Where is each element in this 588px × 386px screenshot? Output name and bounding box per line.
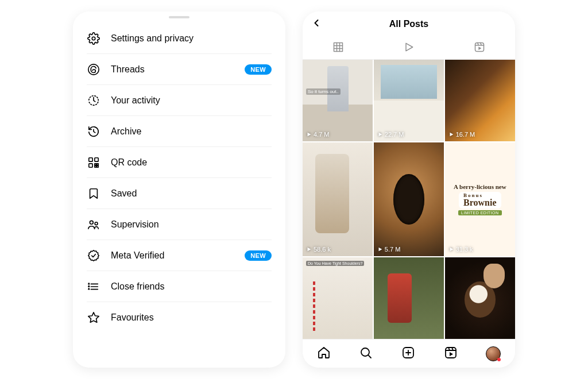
svg-rect-4 [89, 163, 92, 167]
svg-marker-14 [88, 283, 90, 284]
settings-menu: Settings and privacy Threads NEW Your ac… [73, 23, 285, 333]
menu-item-label: Saved [111, 188, 272, 199]
svg-marker-34 [450, 248, 453, 252]
profile-avatar-icon [486, 346, 501, 361]
supervision-icon [87, 218, 100, 231]
menu-item-label: Your activity [111, 95, 272, 106]
post-thumbnail[interactable]: Do You Have Tight Shoulders? [303, 257, 373, 339]
svg-marker-32 [308, 248, 311, 252]
view-count: 4.7 M [306, 131, 330, 138]
reels-icon [444, 352, 458, 361]
menu-item-archive[interactable]: Archive [87, 116, 272, 147]
reels-icon [474, 41, 485, 55]
menu-item-closefriends[interactable]: Close friends [87, 271, 272, 302]
post-thumbnail[interactable]: 58.6 k [303, 142, 373, 256]
menu-item-label: QR code [111, 157, 272, 168]
menu-item-threads[interactable]: Threads NEW [87, 54, 272, 85]
bottom-nav [303, 339, 515, 368]
post-thumbnail[interactable]: 22.7 M [374, 60, 444, 141]
svg-rect-2 [89, 157, 92, 161]
new-badge: NEW [245, 64, 272, 75]
notification-dot [497, 358, 501, 361]
drag-handle[interactable] [169, 16, 189, 18]
menu-item-label: Archive [111, 126, 272, 137]
posts-grid: So it turns out..4.7 M22.7 M16.7 M58.6 k… [303, 60, 515, 339]
menu-item-label: Close friends [111, 281, 272, 292]
svg-marker-29 [308, 133, 311, 137]
back-button[interactable] [311, 17, 322, 31]
view-count: 16.7 M [448, 131, 475, 138]
gear-icon [87, 32, 100, 45]
view-count: 5.7 M [377, 246, 401, 253]
svg-marker-15 [88, 285, 90, 287]
svg-rect-5 [95, 163, 96, 165]
menu-item-label: Threads [111, 64, 234, 75]
grid-icon [332, 41, 344, 55]
menu-item-label: Supervision [111, 219, 272, 230]
svg-point-0 [92, 37, 95, 40]
menu-item-saved[interactable]: Saved [87, 178, 272, 209]
play-icon [403, 41, 415, 55]
nav-search[interactable] [359, 346, 373, 362]
settings-sheet: Settings and privacy Threads NEW Your ac… [73, 11, 285, 368]
new-badge: NEW [245, 250, 272, 261]
post-thumbnail[interactable]: A berry-licious new BonusBrownie LIMITED… [445, 142, 515, 256]
home-icon [317, 352, 331, 361]
menu-item-star[interactable]: Favourites [87, 302, 272, 333]
svg-rect-6 [97, 165, 99, 167]
svg-rect-3 [95, 157, 98, 161]
verified-icon [87, 249, 100, 263]
menu-item-gear[interactable]: Settings and privacy [87, 23, 272, 54]
caption-overlay: Do You Have Tight Shoulders? [306, 261, 364, 266]
svg-marker-16 [88, 288, 90, 289]
view-count: 22.7 M [377, 131, 404, 138]
post-type-tabs [303, 37, 515, 60]
view-count: 58.6 k [306, 246, 331, 253]
nav-reels[interactable] [444, 346, 458, 362]
svg-marker-28 [479, 47, 482, 50]
svg-marker-30 [378, 133, 382, 137]
create-icon [401, 352, 415, 361]
qr-icon [87, 156, 100, 169]
svg-marker-31 [450, 133, 453, 137]
activity-icon [87, 94, 100, 107]
svg-point-10 [95, 222, 98, 225]
post-thumbnail[interactable]: 5.7 M [374, 142, 444, 256]
page-title: All Posts [389, 19, 428, 29]
menu-item-verified[interactable]: Meta Verified NEW [87, 240, 272, 271]
post-thumbnail[interactable] [374, 257, 444, 339]
menu-item-qr[interactable]: QR code [87, 147, 272, 178]
post-thumbnail[interactable]: 16.7 M [445, 60, 515, 141]
svg-rect-40 [446, 348, 456, 358]
nav-home[interactable] [317, 346, 331, 362]
menu-item-label: Settings and privacy [111, 33, 272, 44]
svg-rect-24 [475, 43, 484, 51]
search-icon [359, 352, 373, 361]
tab-play[interactable] [373, 37, 444, 59]
svg-line-36 [369, 355, 372, 358]
posts-screen: All Posts So it turns out..4.7 M22.7 M16… [303, 11, 515, 368]
svg-marker-33 [378, 248, 382, 252]
nav-create[interactable] [401, 346, 415, 362]
post-thumbnail[interactable]: So it turns out..4.7 M [303, 60, 373, 141]
header: All Posts [303, 11, 515, 37]
menu-item-supervision[interactable]: Supervision [87, 209, 272, 240]
svg-marker-44 [450, 352, 453, 356]
svg-point-9 [90, 221, 93, 224]
tab-reels[interactable] [444, 37, 515, 59]
tab-grid[interactable] [303, 37, 373, 59]
menu-item-label: Meta Verified [111, 250, 234, 261]
menu-item-label: Favourites [111, 312, 272, 323]
post-thumbnail[interactable] [445, 257, 515, 339]
svg-rect-7 [97, 163, 99, 165]
svg-marker-17 [88, 312, 99, 322]
archive-icon [87, 125, 100, 138]
threads-icon [87, 63, 100, 76]
saved-icon [87, 187, 100, 200]
nav-profile[interactable] [486, 346, 501, 361]
star-icon [87, 311, 100, 325]
svg-rect-8 [95, 165, 96, 167]
menu-item-activity[interactable]: Your activity [87, 85, 272, 116]
svg-marker-23 [406, 43, 413, 51]
view-count: 31.3 k [448, 246, 473, 253]
